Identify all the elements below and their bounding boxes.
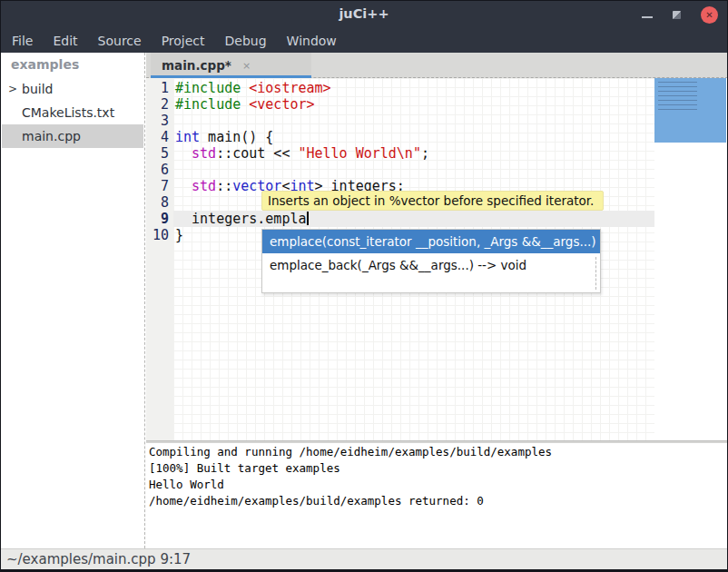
line-number: 2 [146,96,173,113]
code-token: main() { [200,129,273,145]
menu-item-edit[interactable]: Edit [43,30,87,52]
code-token [175,178,192,194]
code-token: ::cout << [216,145,298,162]
tree-item-main-cpp[interactable]: main.cpp [2,124,143,148]
code-token: <vector> [249,96,314,113]
line-number: 6 [146,162,173,178]
line-number: 10 [146,227,173,243]
tab-main-cpp[interactable]: main.cpp* × [151,53,311,78]
tree-item-label: main.cpp [22,129,81,143]
close-button[interactable]: ✕ [701,6,718,24]
line-number: 8 [146,194,173,211]
tab-bar: main.cpp* × [146,53,728,78]
output-line: /home/eidheim/examples/build/examples re… [149,493,728,509]
code-token: "Hello World\n" [298,145,420,162]
status-file-path: ~/examples/main.cpp [6,551,156,567]
output-line: Hello World [149,477,728,493]
app-window: juCi++ ✕ FileEditSourceProjectDebugWindo… [0,0,728,572]
code-token: std [192,145,216,162]
code-token: std [192,178,216,194]
menu-item-debug[interactable]: Debug [215,30,277,52]
file-tree: >buildCMakeLists.txtmain.cpp [2,77,143,148]
code-line-9[interactable]: integers.empla [173,211,654,227]
tree-item-label: build [22,82,53,96]
build-output-panel[interactable]: Compiling and running /home/eidheim/exam… [146,443,728,548]
window-controls: ✕ [642,1,718,28]
file-tree-sidebar: examples >buildCMakeLists.txtmain.cpp [2,53,143,548]
code-line-6[interactable] [173,162,654,178]
code-token: #include [175,96,241,113]
code-line-4[interactable]: int main() { [173,129,654,145]
code-token: int [175,129,200,145]
code-token [241,96,249,113]
menu-item-source[interactable]: Source [88,30,152,52]
minimap-column [654,78,728,440]
output-line: [100%] Built target examples [149,460,728,477]
line-number: 3 [146,113,173,129]
code-line-5[interactable]: std::cout << "Hello World\n"; [173,145,654,162]
restore-icon[interactable] [673,11,681,19]
code-token [241,80,249,96]
main-pane: main.cpp* × 12345678910 #include <iostre… [146,53,728,548]
line-number: 1 [146,80,173,96]
code-token: } [175,227,183,243]
code-token: #include [175,80,241,96]
code-line-2[interactable]: #include <vector> [173,96,654,113]
code-token: :: [216,178,232,194]
completion-item[interactable]: emplace_back(_Args &&__args...) --> void [262,253,600,277]
text-cursor [307,212,309,225]
minimap-viewport[interactable] [654,78,726,143]
tree-item-build[interactable]: >build [2,77,143,101]
menu-item-project[interactable]: Project [152,30,215,52]
line-number: 7 [146,178,173,194]
menubar: FileEditSourceProjectDebugWindow [1,28,727,53]
line-number-gutter: 12345678910 [146,78,173,440]
code-token: ; [421,145,429,162]
output-line: Compiling and running /home/eidheim/exam… [149,444,728,460]
window-title: juCi++ [1,6,727,21]
doc-tooltip: Inserts an object in %vector before spec… [261,191,604,211]
code-token: integers.empla [175,211,307,227]
code-token [175,145,192,162]
tab-close-icon[interactable]: × [242,60,251,72]
code-token: <iostream> [249,80,330,96]
status-cursor-position: 9:17 [160,551,191,567]
tree-item-label: CMakeLists.txt [22,105,114,120]
code-line-1[interactable]: #include <iostream> [173,80,654,96]
chevron-right-icon[interactable]: > [8,77,17,101]
line-number: 9 [146,211,173,227]
tab-label: main.cpp* [162,58,231,73]
minimize-icon[interactable] [642,16,653,18]
code-line-3[interactable] [173,113,654,129]
completion-popup: emplace(const_iterator __position, _Args… [261,229,601,293]
line-number: 4 [146,129,173,145]
tree-item-cmakelists-txt[interactable]: CMakeLists.txt [2,101,143,124]
titlebar[interactable]: juCi++ ✕ [1,1,727,28]
line-number: 5 [146,145,173,162]
project-name: examples [2,53,143,77]
menu-item-window[interactable]: Window [277,30,347,52]
status-bar: ~/examples/main.cpp 9:17 [1,548,727,570]
completion-item[interactable]: emplace(const_iterator __position, _Args… [262,230,600,253]
menu-item-file[interactable]: File [2,30,43,52]
